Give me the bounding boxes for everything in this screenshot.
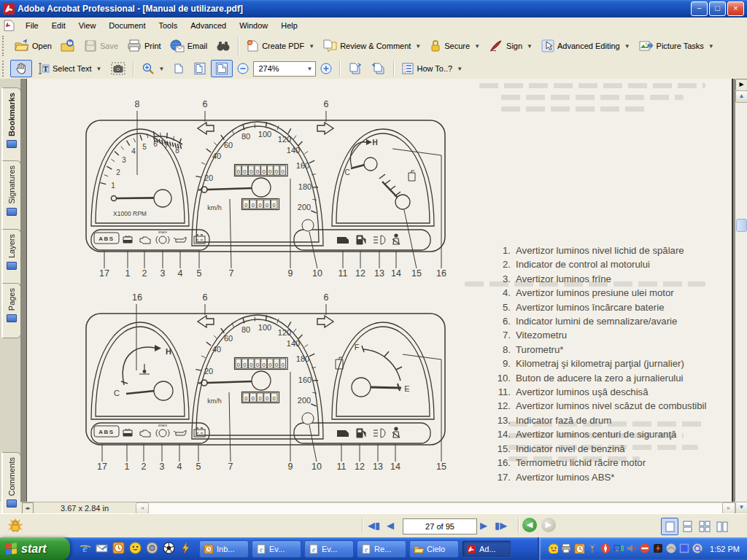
select-text-button[interactable]: T Select Text▼ xyxy=(32,60,107,77)
organizer-clock-icon[interactable] xyxy=(112,542,125,556)
secure-button[interactable]: Secure▼ xyxy=(425,37,484,55)
outlook-express-icon[interactable] xyxy=(96,542,108,556)
fit-width-button[interactable] xyxy=(211,60,233,77)
previous-view-button[interactable] xyxy=(344,60,367,77)
continuous-facing-layout-button[interactable] xyxy=(696,518,713,535)
page-number-field[interactable] xyxy=(403,518,477,534)
dropdown-arrow-icon[interactable]: ▼ xyxy=(309,43,314,50)
email-button[interactable]: Email xyxy=(166,37,212,55)
minimize-button[interactable]: − xyxy=(691,1,708,16)
last-page-button[interactable]: ▮▶ xyxy=(495,520,507,531)
ie-icon[interactable]: e xyxy=(79,542,91,556)
advanced-editing-button[interactable]: Advanced Editing▼ xyxy=(537,37,635,55)
zoom-in-tool-button[interactable]: ▼ xyxy=(137,60,169,77)
dropdown-arrow-icon[interactable]: ▼ xyxy=(96,66,102,72)
globe-gray-tray-icon[interactable] xyxy=(666,543,676,555)
dropdown-arrow-icon[interactable]: ▼ xyxy=(708,43,714,50)
volume-muted-tray-icon[interactable] xyxy=(627,543,637,555)
horizontal-scroll-track[interactable] xyxy=(149,502,722,514)
dropdown-arrow-icon[interactable]: ▼ xyxy=(415,43,421,50)
network-tray-icon[interactable] xyxy=(614,543,624,555)
next-page-button[interactable]: ▶ xyxy=(480,520,487,531)
sign-button[interactable]: Sign▼ xyxy=(484,37,537,55)
how-to-button[interactable]: 123 How To..?▼ xyxy=(398,61,467,77)
next-view-button[interactable] xyxy=(367,60,390,77)
scroll-left-button[interactable]: ◂ xyxy=(136,502,149,514)
messenger-icon[interactable] xyxy=(129,542,142,556)
organizer-button[interactable] xyxy=(56,37,80,55)
first-page-button[interactable]: ◀▮ xyxy=(368,520,380,531)
next-view-round-button[interactable]: ▶ xyxy=(541,518,556,532)
hide-pane-button[interactable]: ▶ xyxy=(735,79,747,91)
sidebar-tab-comments[interactable]: Comments xyxy=(1,452,21,518)
organizer-clock-tray-icon[interactable] xyxy=(574,543,584,555)
scroll-down-button[interactable]: ▼ xyxy=(735,502,747,514)
taskbar-button-re[interactable]: eRe... xyxy=(357,540,406,558)
continuous-layout-button[interactable] xyxy=(678,518,696,535)
taskbar-button-label: Ad... xyxy=(479,545,496,553)
globe-icon[interactable] xyxy=(146,542,158,556)
sidebar-tab-layers[interactable]: Layers xyxy=(1,229,21,287)
menu-advanced[interactable]: Advanced xyxy=(184,19,233,32)
blue-app-tray-icon[interactable] xyxy=(679,543,689,555)
dropdown-arrow-icon[interactable]: ▼ xyxy=(624,43,630,50)
zoom-level-combobox[interactable]: 274% ▼ xyxy=(253,61,316,77)
menu-file[interactable]: File xyxy=(19,19,45,32)
print-button[interactable]: Print xyxy=(123,37,166,55)
fit-page-button[interactable] xyxy=(189,60,211,77)
menu-help[interactable]: Help xyxy=(274,19,304,32)
messenger-tray-icon[interactable] xyxy=(548,543,558,555)
taskbar-button-ad[interactable]: Ad... xyxy=(462,540,511,558)
pane-splitter-handle[interactable]: ◂▸ xyxy=(22,502,34,514)
sidebar-tab-bookmarks[interactable]: Bookmarks xyxy=(1,88,21,165)
menu-document[interactable]: Document xyxy=(102,19,152,32)
zoom-in-button[interactable] xyxy=(316,61,336,77)
actual-size-button[interactable] xyxy=(169,60,189,77)
menu-edit[interactable]: Edit xyxy=(45,19,72,32)
open-button[interactable]: Open xyxy=(10,37,56,55)
wireless-tray-icon[interactable] xyxy=(587,543,597,555)
facing-layout-button[interactable] xyxy=(713,518,731,535)
taskbar-button-cielo[interactable]: Cielo xyxy=(409,540,459,558)
dropdown-arrow-icon[interactable]: ▼ xyxy=(159,66,165,72)
restore-button[interactable]: □ xyxy=(709,1,726,16)
create-pdf-button[interactable]: Create PDF▼ xyxy=(242,37,319,55)
toolbar-grip[interactable] xyxy=(2,36,8,55)
single-page-layout-button[interactable] xyxy=(661,518,678,535)
sidebar-tab-pages[interactable]: Pages xyxy=(1,283,21,338)
close-button[interactable]: × xyxy=(727,1,744,16)
review-comment-button[interactable]: Review & Comment▼ xyxy=(319,37,425,55)
search-button[interactable] xyxy=(212,37,235,55)
winamp-bolt-icon[interactable] xyxy=(179,542,192,556)
toolbar-grip[interactable] xyxy=(2,61,8,77)
snapshot-button[interactable] xyxy=(107,60,130,77)
vertical-scroll-thumb[interactable] xyxy=(736,219,747,232)
dropdown-arrow-icon[interactable]: ▼ xyxy=(304,66,316,72)
scroll-up-button[interactable]: ▲ xyxy=(735,90,747,103)
dropdown-arrow-icon[interactable]: ▼ xyxy=(474,43,480,50)
menu-tools[interactable]: Tools xyxy=(152,19,185,32)
scroll-right-button[interactable]: ▸ xyxy=(722,502,735,514)
printer-tray-icon[interactable] xyxy=(561,543,571,555)
alert-tray-icon[interactable] xyxy=(600,543,611,555)
menu-view[interactable]: View xyxy=(72,19,103,32)
quicktime-tray-icon[interactable] xyxy=(692,543,703,555)
dropdown-arrow-icon[interactable]: ▼ xyxy=(457,66,462,72)
winamp-tray-icon[interactable] xyxy=(653,543,663,555)
hand-tool-button[interactable] xyxy=(10,60,32,77)
taskbar-button-inb[interactable]: Inb... xyxy=(199,540,249,558)
picture-tasks-button[interactable]: Picture Tasks▼ xyxy=(635,37,719,55)
previous-page-button[interactable]: ◀ xyxy=(387,520,394,531)
save-button[interactable]: Save xyxy=(80,37,123,55)
zoom-out-button[interactable] xyxy=(233,61,253,77)
previous-view-round-button[interactable]: ◀ xyxy=(522,518,537,532)
dropdown-arrow-icon[interactable]: ▼ xyxy=(527,43,533,50)
taskbar-button-ev[interactable]: eEv... xyxy=(304,540,354,558)
no-entry-tray-icon[interactable] xyxy=(640,543,650,555)
start-button[interactable]: start xyxy=(0,537,70,560)
menu-window[interactable]: Window xyxy=(233,19,274,32)
taskbar-button-ev[interactable]: eEv... xyxy=(252,540,301,558)
sidebar-tab-signatures[interactable]: Signatures xyxy=(1,160,21,233)
soccer-icon[interactable] xyxy=(163,542,175,556)
svg-text:200: 200 xyxy=(298,203,311,211)
